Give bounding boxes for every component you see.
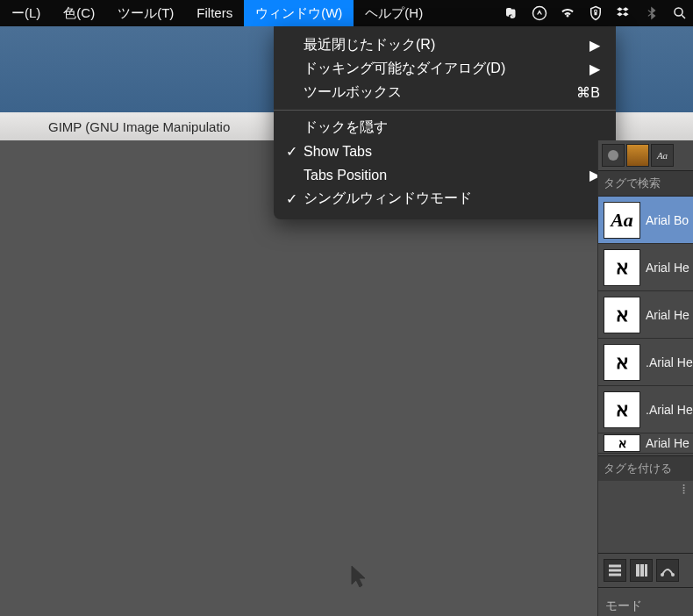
menubar: ー(L)色(C)ツール(T)Filtersウィンドウ(W)ヘルプ(H): [0, 0, 693, 26]
svg-rect-4: [636, 564, 639, 577]
menu-item[interactable]: ✓Show Tabs: [274, 140, 616, 163]
submenu-arrow-icon: ▶: [589, 37, 600, 54]
font-name-label: Arial Bo: [646, 213, 689, 227]
font-preview-icon: א: [604, 434, 640, 452]
vpn-icon[interactable]: [588, 5, 604, 21]
menu-item[interactable]: ✓シングルウィンドウモード: [274, 187, 616, 211]
font-filter-input[interactable]: タグで検索: [598, 170, 693, 197]
menu-item[interactable]: Tabs Position▶: [274, 163, 616, 187]
font-list-item[interactable]: אArial He: [598, 291, 693, 339]
layers-tab[interactable]: [604, 559, 626, 582]
menu-item-label: シングルウィンドウモード: [304, 190, 472, 208]
menu-item-label: ドックを隠す: [304, 118, 388, 137]
svg-point-3: [608, 150, 618, 161]
windows-menu-dropdown: 最近閉じたドック(R)▶ドッキング可能なダイアログ(D)▶ツールボックス⌘Bドッ…: [274, 26, 616, 219]
dock-tabs: Aa: [598, 140, 693, 170]
font-name-label: .Arial He: [646, 355, 693, 369]
svg-point-2: [675, 8, 682, 16]
channels-tab[interactable]: [630, 559, 653, 582]
svg-rect-6: [645, 564, 647, 577]
fonts-tab[interactable]: Aa: [651, 144, 674, 167]
font-name-label: Arial He: [646, 308, 689, 322]
window-title: GIMP (GNU Image Manipulatio: [48, 119, 230, 134]
font-tag-input[interactable]: タグを付ける: [598, 455, 693, 481]
menu-ツール(T)[interactable]: ツール(T): [106, 0, 185, 26]
font-preview-icon: Aa: [604, 202, 640, 239]
font-list-item[interactable]: AaArial Bo: [598, 197, 693, 244]
submenu-arrow-icon: ▶: [589, 61, 600, 77]
wifi-icon[interactable]: [560, 5, 575, 21]
svg-point-7: [661, 573, 664, 577]
menu-item-label: Show Tabs: [304, 144, 372, 160]
font-list-item[interactable]: אArial He: [598, 244, 693, 291]
menu-item-label: ドッキング可能なダイアログ(D): [304, 60, 505, 78]
font-name-label: Arial He: [646, 261, 689, 275]
check-icon: ✓: [286, 190, 297, 207]
font-preview-icon: א: [604, 344, 640, 381]
font-preview-icon: א: [604, 249, 640, 286]
menu-item-label: 最近閉じたドック(R): [304, 36, 435, 54]
brushes-tab[interactable]: [602, 144, 625, 167]
menu-item[interactable]: 最近閉じたドック(R)▶: [274, 33, 616, 57]
svg-point-0: [533, 7, 547, 20]
svg-point-8: [671, 573, 675, 577]
menu-ー(L)[interactable]: ー(L): [0, 0, 52, 26]
menu-accelerator: ⌘B: [576, 84, 600, 101]
fonts-panel: Aa タグで検索 AaArial BoאArial HeאArial Heא.A…: [597, 140, 693, 616]
system-tray: [504, 5, 693, 21]
font-list-item[interactable]: אArial He: [598, 433, 693, 454]
font-list-item[interactable]: א.Arial He: [598, 386, 693, 433]
menu-item[interactable]: ツールボックス⌘B: [274, 81, 616, 104]
menu-ヘルプ(H)[interactable]: ヘルプ(H): [354, 0, 434, 26]
font-name-label: Arial He: [646, 436, 689, 450]
menu-色(C)[interactable]: 色(C): [52, 0, 106, 26]
menu-item-label: Tabs Position: [304, 168, 387, 183]
menu-separator: [274, 110, 616, 111]
menu-item-label: ツールボックス: [304, 83, 402, 102]
font-name-label: .Arial He: [646, 403, 693, 417]
spotlight-icon[interactable]: [672, 5, 688, 21]
dropbox-icon[interactable]: [616, 5, 632, 21]
avast-icon[interactable]: [532, 5, 547, 21]
paths-tab[interactable]: [656, 559, 679, 582]
font-preview-icon: א: [604, 391, 640, 428]
font-list[interactable]: AaArial BoאArial HeאArial Heא.Arial Heא.…: [598, 197, 693, 454]
lower-dock-tabs: [598, 553, 693, 587]
evernote-icon[interactable]: [504, 5, 519, 21]
panel-menu-icon[interactable]: ⁞: [682, 481, 686, 498]
mode-label: モード: [598, 587, 693, 616]
svg-rect-1: [595, 12, 597, 16]
cursor-icon: [351, 565, 368, 588]
menu-item[interactable]: ドックを隠す: [274, 116, 616, 140]
check-icon: ✓: [286, 143, 297, 160]
svg-rect-5: [640, 564, 644, 577]
menu-ウィンドウ(W)[interactable]: ウィンドウ(W): [244, 0, 354, 26]
patterns-tab[interactable]: [626, 144, 649, 167]
menu-Filters[interactable]: Filters: [185, 0, 244, 26]
menu-item[interactable]: ドッキング可能なダイアログ(D)▶: [274, 57, 616, 81]
font-preview-icon: א: [604, 297, 640, 333]
font-list-item[interactable]: א.Arial He: [598, 339, 693, 386]
bluetooth-icon[interactable]: [644, 5, 660, 21]
